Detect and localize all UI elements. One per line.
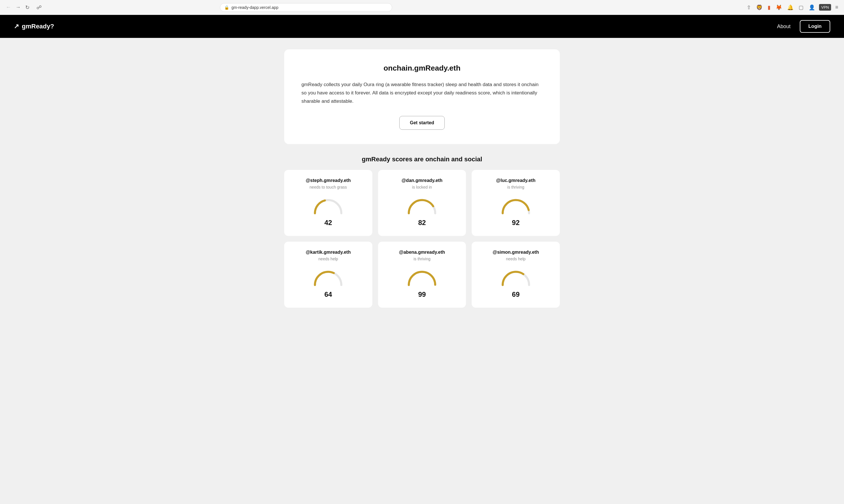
metamask-icon[interactable]: 🦊 — [774, 3, 783, 12]
score-card[interactable]: @dan.gmready.eth is locked in 82 — [378, 170, 466, 236]
score-card[interactable]: @abena.gmready.eth is thriving 99 — [378, 242, 466, 308]
user-name: @simon.gmready.eth — [479, 250, 553, 255]
header-nav: About Login — [777, 20, 830, 33]
about-link[interactable]: About — [777, 23, 791, 30]
brave-shield-icon[interactable]: ▮ — [767, 3, 772, 12]
user-status: is thriving — [385, 257, 459, 261]
score-value: 92 — [479, 219, 553, 227]
score-card[interactable]: @steph.gmready.eth needs to touch grass … — [284, 170, 372, 236]
score-value: 42 — [291, 219, 365, 227]
vpn-button[interactable]: VPN — [819, 4, 831, 11]
hero-description: gmReady collects your daily Oura ring (a… — [302, 80, 543, 106]
browser-actions: ⇧ 🦁 ▮ 🦊 🔔 ▢ 👤 VPN ≡ — [746, 3, 839, 12]
score-value: 64 — [291, 290, 365, 299]
profile-icon[interactable]: 👤 — [808, 3, 816, 12]
gauge-container — [405, 196, 439, 216]
scores-heading: gmReady scores are onchain and social — [284, 156, 560, 163]
user-name: @steph.gmready.eth — [291, 178, 365, 183]
browser-chrome: ← → ↻ ☍ 🔒 ⇧ 🦁 ▮ 🦊 🔔 ▢ 👤 VPN ≡ — [0, 0, 844, 15]
login-button[interactable]: Login — [800, 20, 830, 33]
gauge-container — [311, 196, 345, 216]
score-value: 69 — [479, 290, 553, 299]
brave-lion-icon[interactable]: 🦁 — [755, 3, 764, 12]
user-status: needs help — [479, 257, 553, 261]
gauge-container — [499, 268, 533, 288]
main-content: onchain.gmReady.eth gmReady collects you… — [0, 38, 844, 504]
score-card[interactable]: @simon.gmready.eth needs help 69 — [472, 242, 560, 308]
app-logo[interactable]: ↗ gmReady? — [14, 23, 54, 30]
security-icon: 🔒 — [224, 5, 229, 10]
window-icon[interactable]: ▢ — [797, 3, 805, 12]
menu-button[interactable]: ≡ — [834, 3, 839, 12]
score-card[interactable]: @kartik.gmready.eth needs help 64 — [284, 242, 372, 308]
reload-button[interactable]: ↻ — [24, 3, 31, 12]
gauge-container — [499, 196, 533, 216]
scores-grid: @steph.gmready.eth needs to touch grass … — [284, 170, 560, 308]
user-status: needs help — [291, 257, 365, 261]
scores-section: gmReady scores are onchain and social @s… — [284, 156, 560, 308]
gauge-container — [405, 268, 439, 288]
address-bar[interactable]: 🔒 — [220, 3, 392, 12]
user-status: needs to touch grass — [291, 185, 365, 190]
user-name: @abena.gmready.eth — [385, 250, 459, 255]
hero-card: onchain.gmReady.eth gmReady collects you… — [284, 49, 560, 144]
app-header: ↗ gmReady? About Login — [0, 15, 844, 38]
user-name: @kartik.gmready.eth — [291, 250, 365, 255]
logo-icon: ↗ — [14, 23, 19, 30]
url-input[interactable] — [231, 5, 388, 10]
hero-title: onchain.gmReady.eth — [302, 64, 543, 73]
forward-button[interactable]: → — [14, 3, 22, 12]
browser-nav: ← → ↻ — [5, 3, 31, 12]
back-button[interactable]: ← — [5, 3, 12, 12]
logo-text: gmReady? — [22, 23, 54, 30]
score-value: 82 — [385, 219, 459, 227]
bookmark-button[interactable]: ☍ — [36, 4, 42, 11]
share-button[interactable]: ⇧ — [746, 3, 752, 12]
score-value: 99 — [385, 290, 459, 299]
user-status: is thriving — [479, 185, 553, 190]
user-status: is locked in — [385, 185, 459, 190]
score-card[interactable]: @luc.gmready.eth is thriving 92 — [472, 170, 560, 236]
notifications-icon[interactable]: 🔔 — [786, 3, 795, 12]
user-name: @luc.gmready.eth — [479, 178, 553, 183]
user-name: @dan.gmready.eth — [385, 178, 459, 183]
get-started-button[interactable]: Get started — [399, 116, 445, 130]
gauge-container — [311, 268, 345, 288]
